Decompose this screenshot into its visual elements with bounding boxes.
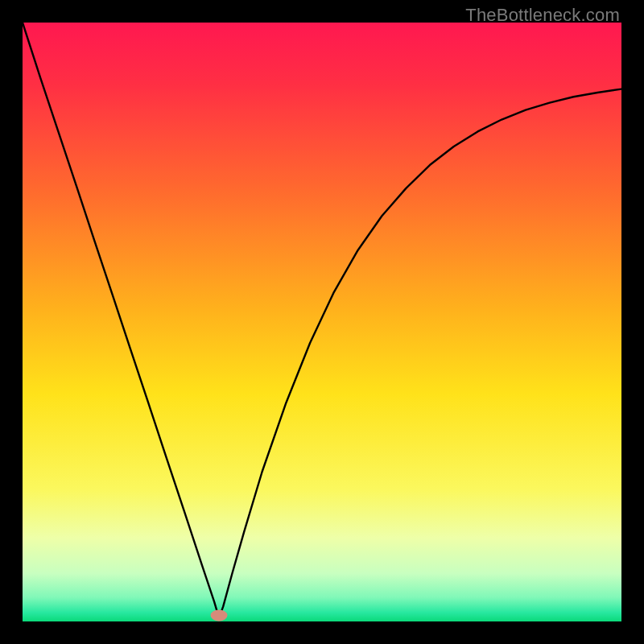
chart-plot	[23, 23, 621, 621]
gradient-background	[23, 23, 621, 621]
chart-frame	[23, 23, 621, 621]
optimum-marker	[211, 609, 228, 621]
